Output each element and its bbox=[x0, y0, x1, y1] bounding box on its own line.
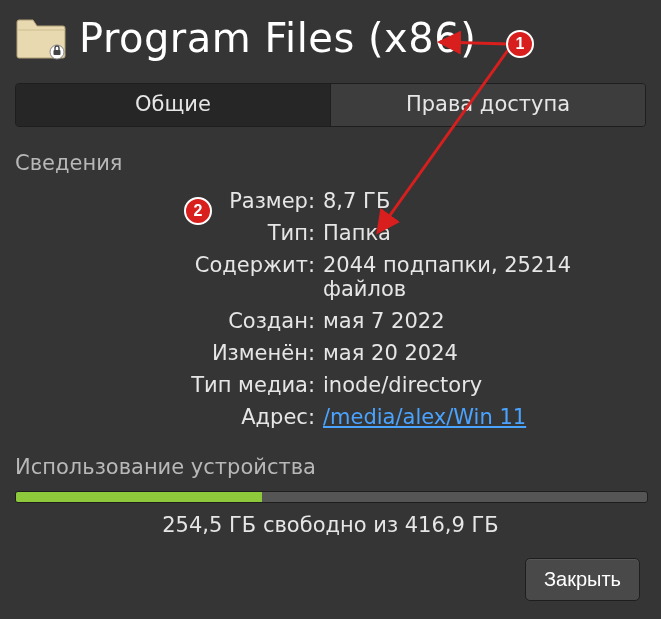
page-title: Program Files (x86) bbox=[79, 15, 476, 61]
tab-general[interactable]: Общие bbox=[16, 84, 330, 126]
footer: Закрыть bbox=[15, 542, 646, 619]
details-grid: Размер: 8,7 ГБ Тип: Папка Содержит: 2044… bbox=[15, 189, 646, 429]
media-type-label: Тип медиа: bbox=[15, 373, 315, 397]
created-value: мая 7 2022 bbox=[323, 309, 646, 333]
address-link[interactable]: /media/alex/Win 11 bbox=[323, 405, 526, 429]
media-type-value: inode/directory bbox=[323, 373, 646, 397]
tab-bar: Общие Права доступа bbox=[15, 83, 646, 127]
device-usage-bar bbox=[15, 491, 648, 503]
close-button[interactable]: Закрыть bbox=[525, 558, 640, 601]
folder-locked-icon bbox=[15, 16, 67, 60]
type-label: Тип: bbox=[15, 221, 315, 245]
size-value: 8,7 ГБ bbox=[323, 189, 646, 213]
properties-window: Program Files (x86) Общие Права доступа … bbox=[0, 0, 661, 619]
contains-value: 2044 подпапки, 25214 файлов bbox=[323, 253, 646, 301]
size-label: Размер: bbox=[15, 189, 315, 213]
device-usage-fill bbox=[16, 492, 262, 502]
address-label: Адрес: bbox=[15, 405, 315, 429]
annotation-badge-1: 1 bbox=[506, 30, 534, 58]
type-value: Папка bbox=[323, 221, 646, 245]
svg-rect-1 bbox=[54, 50, 61, 55]
title-row: Program Files (x86) bbox=[15, 15, 646, 61]
device-usage-text: 254,5 ГБ свободно из 416,9 ГБ bbox=[15, 513, 646, 537]
modified-value: мая 20 2024 bbox=[323, 341, 646, 365]
created-label: Создан: bbox=[15, 309, 315, 333]
tab-permissions[interactable]: Права доступа bbox=[330, 84, 645, 126]
modified-label: Изменён: bbox=[15, 341, 315, 365]
annotation-badge-2: 2 bbox=[184, 197, 212, 225]
usage-section-title: Использование устройства bbox=[15, 455, 646, 479]
details-section-title: Сведения bbox=[15, 151, 646, 175]
contains-label: Содержит: bbox=[15, 253, 315, 301]
